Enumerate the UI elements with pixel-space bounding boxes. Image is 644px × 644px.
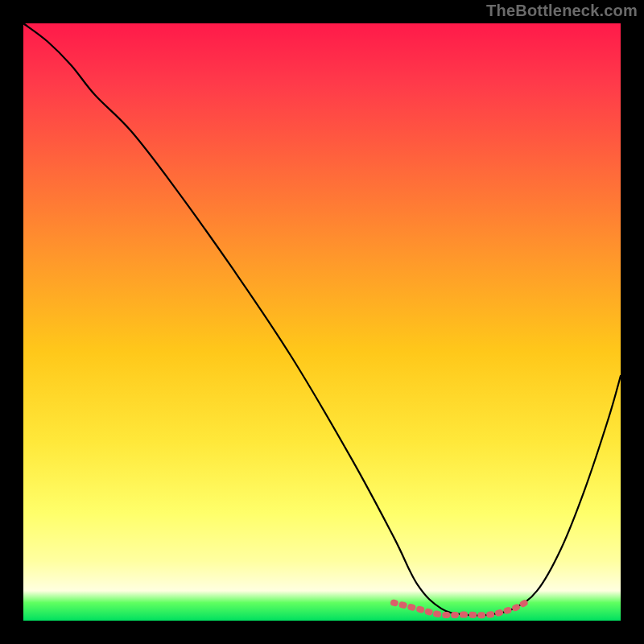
chart-svg	[23, 23, 621, 621]
bottleneck-curve	[23, 23, 621, 616]
plot-area	[23, 23, 621, 621]
chart-frame: TheBottleneck.com	[0, 0, 644, 644]
watermark-text: TheBottleneck.com	[486, 2, 638, 20]
